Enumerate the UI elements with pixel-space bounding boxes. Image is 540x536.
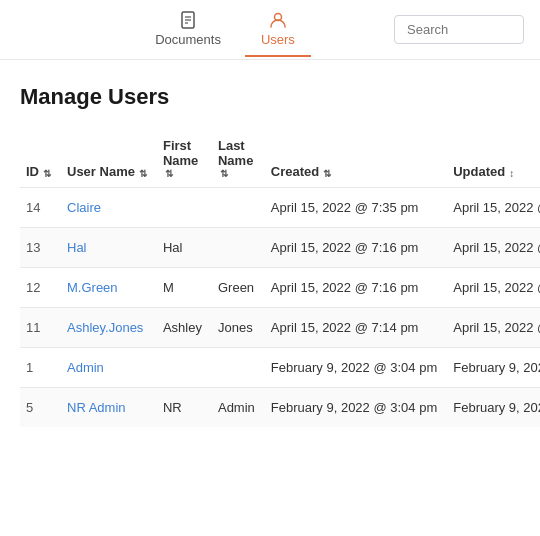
user-link[interactable]: Ashley.Jones [67, 320, 143, 335]
cell-username: Claire [61, 188, 157, 228]
user-link[interactable]: NR Admin [67, 400, 126, 415]
sort-id-icon: ⇅ [43, 168, 51, 179]
table-header-row: ID ⇅ User Name ⇅ First Name ⇅ [20, 130, 540, 188]
cell-lastname [212, 348, 265, 388]
top-navigation: Documents Users [0, 0, 540, 60]
col-header-id[interactable]: ID ⇅ [20, 130, 61, 188]
cell-username: NR Admin [61, 388, 157, 428]
cell-username: Ashley.Jones [61, 308, 157, 348]
cell-id: 5 [20, 388, 61, 428]
documents-icon [178, 10, 198, 30]
user-link[interactable]: M.Green [67, 280, 118, 295]
sort-firstname-icon: ⇅ [165, 168, 173, 179]
table-row: 1 Admin February 9, 2022 @ 3:04 pm Febru… [20, 348, 540, 388]
cell-updated: April 15, 2022 @ 7:1 [447, 228, 540, 268]
cell-updated: April 15, 2022 @ 7:1 [447, 268, 540, 308]
col-header-updated[interactable]: Updated ↕ [447, 130, 540, 188]
cell-lastname: Green [212, 268, 265, 308]
cell-id: 13 [20, 228, 61, 268]
cell-lastname: Jones [212, 308, 265, 348]
page-content: Manage Users ID ⇅ User Name ⇅ [0, 60, 540, 447]
sort-lastname-icon: ⇅ [220, 168, 228, 179]
cell-updated: April 15, 2022 @ 7:1 [447, 308, 540, 348]
cell-id: 11 [20, 308, 61, 348]
col-header-created[interactable]: Created ⇅ [265, 130, 447, 188]
cell-firstname: Ashley [157, 308, 212, 348]
cell-updated: April 15, 2022 @ 7:3 [447, 188, 540, 228]
page-title: Manage Users [20, 84, 520, 110]
cell-firstname [157, 188, 212, 228]
cell-id: 1 [20, 348, 61, 388]
cell-username: M.Green [61, 268, 157, 308]
cell-firstname [157, 348, 212, 388]
col-header-firstname[interactable]: First Name ⇅ [157, 130, 212, 188]
cell-lastname [212, 228, 265, 268]
col-header-username[interactable]: User Name ⇅ [61, 130, 157, 188]
user-link[interactable]: Hal [67, 240, 87, 255]
cell-created: February 9, 2022 @ 3:04 pm [265, 388, 447, 428]
users-table: ID ⇅ User Name ⇅ First Name ⇅ [20, 130, 540, 427]
users-icon [268, 10, 288, 30]
cell-updated: February 9, 2022 @ [447, 348, 540, 388]
user-link[interactable]: Admin [67, 360, 104, 375]
users-label: Users [261, 32, 295, 47]
cell-username: Admin [61, 348, 157, 388]
cell-lastname [212, 188, 265, 228]
table-row: 12 M.Green M Green April 15, 2022 @ 7:16… [20, 268, 540, 308]
table-row: 13 Hal Hal April 15, 2022 @ 7:16 pm Apri… [20, 228, 540, 268]
documents-label: Documents [155, 32, 221, 47]
table-row: 14 Claire April 15, 2022 @ 7:35 pm April… [20, 188, 540, 228]
cell-created: April 15, 2022 @ 7:16 pm [265, 268, 447, 308]
nav-item-users[interactable]: Users [245, 2, 311, 57]
nav-item-documents[interactable]: Documents [139, 2, 237, 57]
cell-created: April 15, 2022 @ 7:16 pm [265, 228, 447, 268]
user-link[interactable]: Claire [67, 200, 101, 215]
cell-firstname: NR [157, 388, 212, 428]
col-header-lastname[interactable]: Last Name ⇅ [212, 130, 265, 188]
cell-lastname: Admin [212, 388, 265, 428]
cell-updated: February 9, 2022 @ [447, 388, 540, 428]
sort-updated-icon: ↕ [509, 168, 514, 179]
sort-created-icon: ⇅ [323, 168, 331, 179]
cell-id: 12 [20, 268, 61, 308]
cell-id: 14 [20, 188, 61, 228]
table-row: 5 NR Admin NR Admin February 9, 2022 @ 3… [20, 388, 540, 428]
cell-created: April 15, 2022 @ 7:35 pm [265, 188, 447, 228]
table-body: 14 Claire April 15, 2022 @ 7:35 pm April… [20, 188, 540, 428]
search-input[interactable] [394, 15, 524, 44]
cell-created: February 9, 2022 @ 3:04 pm [265, 348, 447, 388]
sort-username-icon: ⇅ [139, 168, 147, 179]
table-row: 11 Ashley.Jones Ashley Jones April 15, 2… [20, 308, 540, 348]
cell-created: April 15, 2022 @ 7:14 pm [265, 308, 447, 348]
cell-firstname: M [157, 268, 212, 308]
nav-items: Documents Users [56, 2, 394, 57]
cell-firstname: Hal [157, 228, 212, 268]
cell-username: Hal [61, 228, 157, 268]
